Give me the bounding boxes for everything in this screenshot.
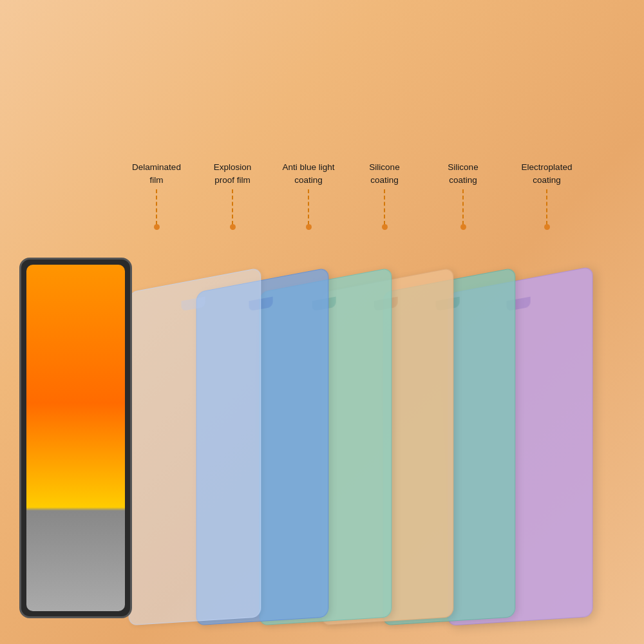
label-delaminated-film: Delaminatedfilm — [124, 161, 189, 230]
dot-5 — [460, 224, 466, 230]
layer-2-label: Explosionproof film — [214, 161, 252, 186]
protector-layer-1 — [129, 267, 261, 625]
label-silicone-2: Siliconecoating — [431, 161, 495, 230]
connector-5 — [462, 189, 464, 225]
dot-3 — [306, 224, 312, 230]
layer-6-label: Electroplatedcoating — [522, 161, 573, 186]
layer-4-label: Siliconecoating — [369, 161, 399, 186]
ipad-screen — [26, 265, 125, 611]
label-explosion-proof: Explosionproof film — [200, 161, 265, 230]
connector-4 — [384, 189, 385, 225]
connector-2 — [232, 189, 233, 225]
layer-1-label: Delaminatedfilm — [132, 161, 181, 186]
layer-3-label: Anti blue lightcoating — [282, 161, 334, 186]
layer-5-label: Siliconecoating — [448, 161, 478, 186]
connector-1 — [156, 189, 157, 225]
labels-row: Delaminatedfilm Explosionproof film Anti… — [0, 161, 644, 230]
label-anti-blue: Anti blue lightcoating — [276, 161, 341, 230]
dot-2 — [230, 224, 236, 230]
dot-6 — [544, 224, 550, 230]
connector-6 — [546, 189, 547, 225]
dot-4 — [382, 224, 388, 230]
layers-scene — [0, 225, 644, 644]
page-wrapper: Delaminatedfilm Explosionproof film Anti… — [0, 0, 644, 644]
label-electroplated: Electroplatedcoating — [515, 161, 579, 230]
connector-3 — [308, 189, 309, 225]
dot-1 — [154, 224, 160, 230]
ipad-device — [19, 258, 132, 618]
label-silicone-1: Siliconecoating — [352, 161, 417, 230]
